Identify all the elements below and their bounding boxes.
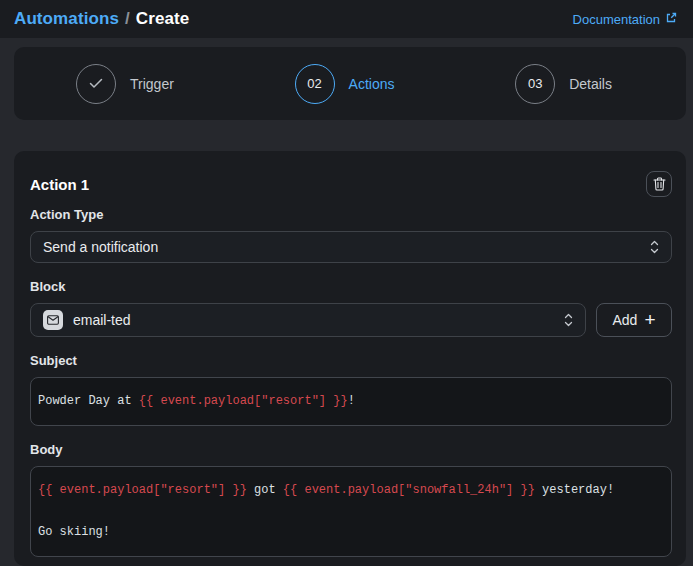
subject-line: Powder Day at {{ event.payload["resort"]… <box>38 391 664 412</box>
breadcrumb-current: Create <box>136 9 190 28</box>
block-label: Block <box>30 279 672 295</box>
subject-editor[interactable]: Powder Day at {{ event.payload["resort"]… <box>30 377 672 426</box>
topbar: Automations/Create Documentation <box>0 0 693 38</box>
add-block-button[interactable]: Add + <box>596 303 672 337</box>
step-trigger-circle <box>76 64 116 104</box>
step-details[interactable]: 03 Details <box>515 64 612 104</box>
action-card: Action 1 Action Type Send a notification <box>14 151 686 566</box>
action-type-value: Send a notification <box>43 239 158 255</box>
add-block-label: Add <box>612 312 637 328</box>
stepper: Trigger 02 Actions 03 Details <box>14 47 686 120</box>
breadcrumb-separator: / <box>125 9 130 28</box>
action-type-label: Action Type <box>30 207 672 223</box>
automations-create-page: Automations/Create Documentation Trigger… <box>0 0 693 566</box>
body-editor[interactable]: {{ event.payload["resort"] }} got {{ eve… <box>30 466 672 557</box>
action-card-header: Action 1 <box>30 171 672 197</box>
breadcrumb-automations-link[interactable]: Automations <box>14 9 119 28</box>
step-details-label: Details <box>569 76 612 92</box>
block-value: email-ted <box>73 312 131 328</box>
trash-icon <box>653 177 666 191</box>
email-block-icon <box>43 310 63 330</box>
breadcrumb: Automations/Create <box>14 9 189 29</box>
step-actions[interactable]: 02 Actions <box>295 64 395 104</box>
step-details-circle: 03 <box>515 64 555 104</box>
action-title: Action 1 <box>30 176 89 193</box>
block-row: email-ted Add + <box>30 303 672 337</box>
body-label: Body <box>30 442 672 458</box>
subject-label: Subject <box>30 353 672 369</box>
step-trigger[interactable]: Trigger <box>76 64 174 104</box>
body-line <box>38 501 664 522</box>
delete-action-button[interactable] <box>646 171 672 197</box>
check-icon <box>89 78 103 89</box>
select-chevrons-icon <box>650 239 659 255</box>
body-line: {{ event.payload["resort"] }} got {{ eve… <box>38 480 664 501</box>
step-actions-label: Actions <box>349 76 395 92</box>
body-line: Go skiing! <box>38 522 664 543</box>
external-link-icon <box>665 12 677 24</box>
documentation-link[interactable]: Documentation <box>573 12 677 27</box>
action-type-select[interactable]: Send a notification <box>30 231 672 263</box>
plus-icon: + <box>644 310 655 329</box>
step-actions-circle: 02 <box>295 64 335 104</box>
select-chevrons-icon <box>564 312 573 328</box>
documentation-link-label: Documentation <box>573 12 660 27</box>
step-trigger-label: Trigger <box>130 76 174 92</box>
block-select[interactable]: email-ted <box>30 303 586 337</box>
